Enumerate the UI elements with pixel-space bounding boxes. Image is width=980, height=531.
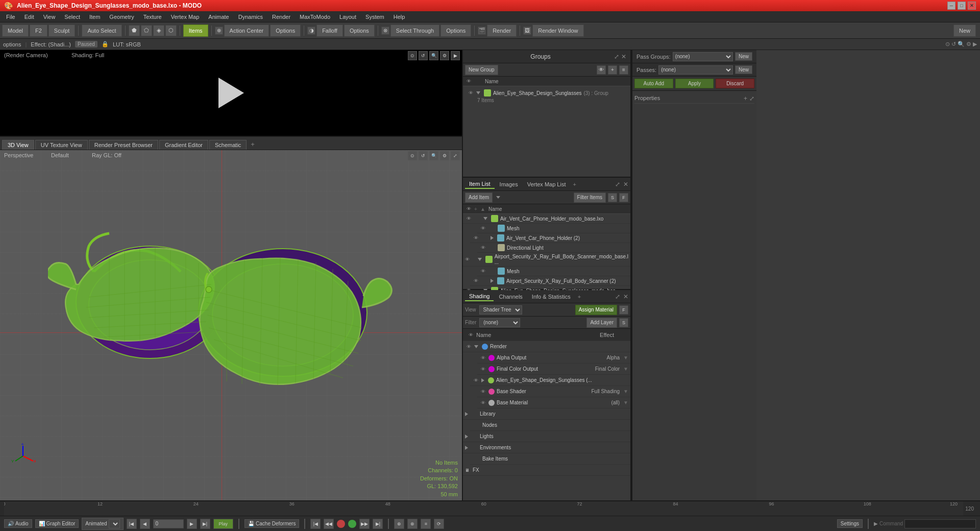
toolbar-icon-4[interactable]: ⬡	[165, 25, 177, 36]
properties-expand-icon[interactable]: ⤢	[749, 95, 754, 102]
transport-icon-8[interactable]: ⊗	[407, 519, 418, 529]
il-eye-2[interactable]: 👁	[479, 225, 486, 232]
sh-expand-icon[interactable]: ⤢	[615, 293, 620, 300]
sh-filter-select[interactable]: (none)	[479, 318, 520, 327]
options-label[interactable]: options	[3, 41, 21, 47]
minimize-button[interactable]: ─	[947, 2, 955, 10]
viewport-3d[interactable]: X Y Z Perspective Default Ray GL: Off No…	[0, 150, 462, 500]
menu-system[interactable]: System	[361, 13, 388, 21]
sh-eye-final[interactable]: 👁	[479, 366, 486, 373]
menu-geometry[interactable]: Geometry	[105, 13, 138, 21]
add-layer-button[interactable]: Add Layer	[586, 318, 617, 328]
il-icon-1[interactable]: S	[608, 193, 617, 202]
effect-label[interactable]: Effect: (Shadi...)	[31, 41, 71, 47]
sculpt-button[interactable]: Sculpt	[48, 25, 76, 37]
il-row-7[interactable]: 👁 Airport_Security_X_Ray_Full_Body_Scann…	[470, 276, 630, 286]
cache-deformers-button[interactable]: 💾 Cache Deformers	[244, 519, 299, 528]
options1-button[interactable]: Options	[270, 25, 301, 37]
tab-add-icon[interactable]: +	[573, 181, 576, 187]
render-icon-1[interactable]: ⊙	[945, 41, 950, 47]
il-expand-7[interactable]	[491, 279, 494, 283]
new-button[interactable]: New	[953, 25, 976, 37]
assign-material-button[interactable]: Assign Material	[575, 305, 617, 315]
tab-shading[interactable]: Shading	[465, 292, 494, 301]
graph-editor-button[interactable]: 📊 Graph Editor	[35, 519, 79, 528]
falloff-button[interactable]: Falloff	[316, 25, 343, 37]
sh-row-alpha[interactable]: 👁 Alpha Output Alpha ▼	[477, 352, 630, 364]
pass-groups-new-button[interactable]: New	[735, 52, 752, 61]
il-eye-5[interactable]: 👁	[465, 256, 470, 263]
group-eye-1[interactable]: 👁	[467, 89, 474, 96]
tab-item-list[interactable]: Item List	[465, 180, 495, 189]
groups-icon-3[interactable]: ≡	[619, 65, 628, 75]
menu-maxtomodo[interactable]: MaxToModo	[296, 13, 334, 21]
select-through-button[interactable]: Select Through	[390, 25, 439, 37]
transport-icon-5[interactable]: ▶▶	[359, 519, 370, 529]
render-icon-4[interactable]: ⚙	[966, 41, 971, 47]
il-row-1[interactable]: 👁 Air_Vent_Car_Phone_Holder_modo_base.lx…	[463, 214, 630, 224]
il-row-6[interactable]: 👁 Mesh	[477, 267, 630, 276]
menu-view[interactable]: View	[39, 13, 60, 21]
menu-layout[interactable]: Layout	[335, 13, 360, 21]
transport-icon-10[interactable]: ⟳	[434, 519, 444, 529]
vp-ctrl-zoom[interactable]: 🔍	[429, 151, 438, 160]
auto-select-button[interactable]: Auto Select	[82, 25, 121, 37]
render-ctrl-1[interactable]: ⊙	[408, 51, 417, 60]
sh-row-fx[interactable]: 🖥 FX	[463, 465, 630, 476]
sh-eye-alpha[interactable]: 👁	[479, 354, 486, 361]
sh-eye-shader[interactable]: 👁	[479, 388, 486, 395]
il-expand-5[interactable]	[478, 258, 482, 261]
tab-vertex-map-list[interactable]: Vertex Map List	[523, 180, 570, 188]
options2-button[interactable]: Options	[344, 25, 375, 37]
audio-button[interactable]: 🔊 Audio	[4, 519, 32, 528]
vp-ctrl-settings[interactable]: ⚙	[440, 151, 449, 160]
render-icon-5[interactable]: ▶	[973, 41, 977, 47]
settings-button[interactable]: Settings	[837, 519, 863, 528]
tab-gradient-editor[interactable]: Gradient Editor	[159, 140, 208, 150]
sh-eye-material[interactable]: 👁	[472, 377, 479, 384]
il-row-3[interactable]: 👁 Air_Vent_Car_Phone_Holder (2)	[470, 233, 630, 243]
vp-ctrl-expand[interactable]: ⤢	[451, 151, 460, 160]
menu-edit[interactable]: Edit	[20, 13, 38, 21]
render-icon-3[interactable]: 🔍	[958, 41, 965, 47]
toolbar-icon-1[interactable]: ⬟	[129, 25, 140, 36]
passes-new-button[interactable]: New	[735, 65, 752, 74]
il-row-4[interactable]: 👁 Directional Light	[477, 243, 630, 253]
group-expand-1[interactable]	[476, 91, 480, 94]
groups-close-icon[interactable]: ✕	[621, 53, 626, 60]
tab-3d-view[interactable]: 3D View	[2, 140, 34, 150]
transport-play[interactable]: Play	[213, 519, 234, 529]
sh-icon-f[interactable]: F	[619, 305, 628, 315]
tab-channels[interactable]: Channels	[495, 293, 526, 301]
il-eye-4[interactable]: 👁	[479, 244, 486, 251]
render-ctrl-4[interactable]: ⚙	[440, 51, 449, 60]
sh-tab-add-icon[interactable]: +	[578, 294, 581, 300]
il-eye-7[interactable]: 👁	[472, 277, 479, 284]
pass-groups-select[interactable]: (none)	[673, 52, 733, 61]
transport-end[interactable]: ▶|	[200, 519, 210, 529]
close-button[interactable]: ✕	[968, 2, 976, 10]
apply-button[interactable]: Apply	[675, 79, 714, 88]
sh-eye-render[interactable]: 👁	[465, 343, 472, 350]
groups-expand-icon[interactable]: ⤢	[614, 53, 619, 60]
sh-row-base-material[interactable]: 👁 Base Material (all) ▼	[477, 397, 630, 408]
il-eye-1[interactable]: 👁	[465, 215, 472, 222]
filter-items-button[interactable]: Filter Items	[574, 192, 606, 203]
menu-help[interactable]: Help	[389, 13, 409, 21]
sh-expand-material[interactable]	[481, 378, 484, 382]
properties-add-icon[interactable]: +	[744, 95, 747, 102]
vp-ctrl-rotate[interactable]: ⊙	[408, 151, 417, 160]
tab-render-preset[interactable]: Render Preset Browser	[89, 140, 158, 150]
il-expand-icon[interactable]: ⤢	[615, 181, 620, 188]
menu-texture[interactable]: Texture	[139, 13, 166, 21]
transport-icon-2[interactable]: ◀◀	[324, 519, 334, 529]
transport-start[interactable]: |◀	[127, 519, 137, 529]
sh-row-nodes[interactable]: Nodes	[470, 420, 630, 431]
il-eye-6[interactable]: 👁	[479, 268, 486, 275]
il-icon-2[interactable]: F	[619, 193, 628, 202]
menu-vertex-map[interactable]: Vertex Map	[167, 13, 204, 21]
toolbar-icon-2[interactable]: ⬠	[141, 25, 152, 36]
passes-select[interactable]: (none)	[658, 65, 733, 75]
action-center-button[interactable]: Action Center	[224, 25, 270, 37]
new-group-button[interactable]: New Group	[465, 65, 498, 75]
